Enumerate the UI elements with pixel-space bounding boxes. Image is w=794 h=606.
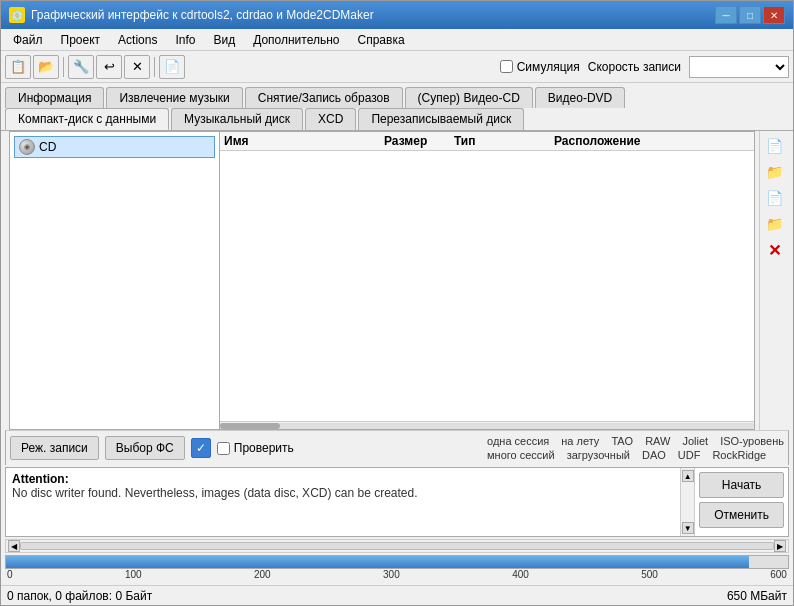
option-raw[interactable]: RAW [645,435,670,447]
verify-label: Проверить [234,441,294,455]
menu-project[interactable]: Проект [53,31,109,49]
title-bar-left: 💿 Графический интерфейс к cdrtools2, cdr… [9,7,374,23]
options-area: одна сессия на лету TAO RAW Joliet ISO-у… [487,435,784,461]
ruler-200: 200 [254,569,271,580]
status-bar: 0 папок, 0 файлов: 0 Байт 650 МБайт [1,585,793,605]
rec-mode-button[interactable]: Реж. записи [10,436,99,460]
progress-bar-container [5,555,789,569]
tab-info[interactable]: Информация [5,87,104,108]
title-controls: ─ □ ✕ [715,6,785,24]
menu-view[interactable]: Вид [205,31,243,49]
menu-info[interactable]: Info [167,31,203,49]
file-table-header: Имя Размер Тип Расположение [220,132,754,151]
option-dao[interactable]: DAO [642,449,666,461]
right-icon-panel: 📄 📁 📄 📁 ✕ [759,131,789,430]
option-multi-session[interactable]: много сессий [487,449,555,461]
ruler-area: 0 100 200 300 400 500 600 [1,569,793,585]
add-file-btn[interactable]: 📄 [764,135,786,157]
toolbar-btn-4[interactable]: ↩ [96,55,122,79]
menu-actions[interactable]: Actions [110,31,165,49]
info-scroll-down[interactable]: ▼ [682,522,694,534]
scrollbar-thumb[interactable] [220,423,280,429]
option-bootable[interactable]: загрузочный [567,449,630,461]
tab-area: Информация Извлечение музыки Снятие/Запи… [1,83,793,131]
option-one-session[interactable]: одна сессия [487,435,549,447]
option-on-fly[interactable]: на лету [561,435,599,447]
progress-bar-fill [6,556,749,568]
tab-video-dvd[interactable]: Видео-DVD [535,87,625,108]
right-panel: Имя Размер Тип Расположение [220,132,754,429]
horizontal-scrollbar[interactable] [220,421,754,429]
main-window: 💿 Графический интерфейс к cdrtools2, cdr… [0,0,794,606]
ruler-500: 500 [641,569,658,580]
col-header-type: Тип [454,134,554,148]
info-actions: Начать Отменить [694,468,788,536]
remove-file-btn[interactable]: 📄 [764,187,786,209]
option-joliet[interactable]: Joliet [682,435,708,447]
options-row-2: много сессий загрузочный DAO UDF RockRid… [487,449,784,461]
tab-music-cd[interactable]: Музыкальный диск [171,108,303,130]
tab-data-cd[interactable]: Компакт-диск с данными [5,108,169,130]
speed-label: Скорость записи [588,60,681,74]
minimize-button[interactable]: ─ [715,6,737,24]
delete-btn[interactable]: ✕ [764,239,786,261]
col-header-name: Имя [224,134,384,148]
option-iso-level[interactable]: ISO-уровень [720,435,784,447]
fs-button[interactable]: Выбор ФС [105,436,185,460]
cd-item[interactable]: ◉ CD [14,136,215,158]
add-folder-btn[interactable]: 📁 [764,161,786,183]
info-message: No disc writer found. Nevertheless, imag… [12,486,674,500]
menu-additional[interactable]: Дополнительно [245,31,347,49]
remove-folder-btn[interactable]: 📁 [764,213,786,235]
col-header-size: Размер [384,134,454,148]
check-button[interactable]: ✓ [191,438,211,458]
toolbar-sep-1 [63,57,64,77]
ruler-300: 300 [383,569,400,580]
title-bar: 💿 Графический интерфейс к cdrtools2, cdr… [1,1,793,29]
tab-row-2: Компакт-диск с данными Музыкальный диск … [1,108,793,130]
menu-help[interactable]: Справка [350,31,413,49]
toolbar-btn-5[interactable]: ✕ [124,55,150,79]
scrollbar-track [220,423,754,429]
main-scroll-right[interactable]: ▶ [774,540,786,552]
close-button[interactable]: ✕ [763,6,785,24]
cancel-button[interactable]: Отменить [699,502,784,528]
option-udf[interactable]: UDF [678,449,701,461]
info-scroll-up[interactable]: ▲ [682,470,694,482]
attention-label: Attention: [12,472,674,486]
verify-checkbox[interactable] [217,442,230,455]
tab-rewritable[interactable]: Перезаписываемый диск [358,108,524,130]
start-button[interactable]: Начать [699,472,784,498]
speed-dropdown[interactable] [689,56,789,78]
toolbar-btn-3[interactable]: 🔧 [68,55,94,79]
verify-checkbox-label[interactable]: Проверить [217,441,294,455]
tab-row-1: Информация Извлечение музыки Снятие/Запи… [1,83,793,108]
info-area: Attention: No disc writer found. Neverth… [5,467,789,537]
window-title: Графический интерфейс к cdrtools2, cdrda… [31,8,374,22]
tab-music-extract[interactable]: Извлечение музыки [106,87,242,108]
tab-image-rip[interactable]: Снятие/Запись образов [245,87,403,108]
main-content: ◉ CD Имя Размер Тип Расположение [9,131,755,430]
option-tao[interactable]: TAO [611,435,633,447]
toolbar-btn-2[interactable]: 📂 [33,55,59,79]
tab-super-vcd[interactable]: (Супер) Видео-CD [405,87,533,108]
menu-file[interactable]: Файл [5,31,51,49]
bottom-controls: Реж. записи Выбор ФС ✓ Проверить одна се… [5,430,789,465]
main-horizontal-scrollbar[interactable]: ◀ ▶ [5,539,789,553]
simulation-checkbox[interactable] [500,60,513,73]
simulation-label: Симуляция [517,60,580,74]
status-right: 650 МБайт [727,589,787,603]
toolbar-btn-1[interactable]: 📋 [5,55,31,79]
tab-xcd[interactable]: XCD [305,108,356,130]
main-scroll-left[interactable]: ◀ [8,540,20,552]
file-table-body [220,151,754,421]
left-panel: ◉ CD [10,132,220,429]
toolbar-sep-2 [154,57,155,77]
ruler-100: 100 [125,569,142,580]
maximize-button[interactable]: □ [739,6,761,24]
simulation-checkbox-label[interactable]: Симуляция [500,60,580,74]
app-icon: 💿 [9,7,25,23]
toolbar-btn-6[interactable]: 📄 [159,55,185,79]
options-row-1: одна сессия на лету TAO RAW Joliet ISO-у… [487,435,784,447]
option-rockridge[interactable]: RockRidge [712,449,766,461]
